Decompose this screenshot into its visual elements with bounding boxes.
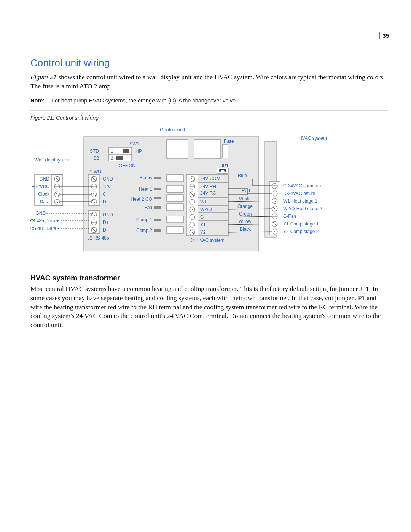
figure-caption: Figure 21. Control unit wiring [30,115,388,121]
svg-text:W1: W1 [200,199,207,204]
svg-text:Blue: Blue [238,173,247,178]
transformer-subhead: HVAC system transformer [30,274,388,282]
svg-text:OFF: OFF [119,163,128,168]
note-label: Note: [30,97,45,104]
control-unit-title: Control unit [160,127,185,133]
svg-text:HP: HP [135,149,142,154]
svg-text:Y1-Comp stage 1: Y1-Comp stage 1 [283,221,319,227]
intro-paragraph: Figure 21 shows the control unit wired t… [30,73,388,91]
svg-text:12V: 12V [103,184,111,189]
svg-text:Yellow: Yellow [238,219,252,224]
svg-text:D+: D+ [103,220,109,225]
svg-text:Clock: Clock [38,192,50,197]
note-row: Note: For heat pump HVAC systems, the or… [30,97,388,104]
svg-text:Red: Red [242,188,250,193]
svg-text:Y2-Comp stage 2: Y2-Comp stage 2 [283,229,319,234]
svg-text:Comp 2: Comp 2 [136,228,152,233]
svg-text:RS-485 Data -: RS-485 Data - [30,226,59,231]
wiring-diagram: Control unit Wall display unit SW1 STD 1… [30,121,350,259]
svg-text:1: 1 [111,149,113,154]
j4-label: J4 HVAC system [190,238,225,243]
note-text: For heat pump HVAC systems, the orange w… [51,97,237,104]
svg-rect-62 [223,144,228,158]
svg-text:G: G [200,214,204,220]
sw1-label: SW1 [129,141,139,147]
svg-text:D: D [103,199,106,204]
svg-rect-84 [167,227,183,233]
svg-rect-80 [167,185,183,192]
svg-rect-82 [167,204,183,211]
section-title: Control unit wiring [30,57,388,69]
svg-rect-70 [154,188,161,190]
svg-text:Green: Green [239,211,252,217]
svg-text:Comp 1: Comp 1 [136,217,152,222]
svg-text:Y2: Y2 [200,230,206,235]
svg-text:24V COM: 24V COM [200,176,220,181]
svg-rect-83 [167,216,183,223]
svg-rect-4 [123,149,129,153]
svg-rect-76 [154,219,161,221]
svg-text:Heat 1: Heat 1 [139,187,153,192]
svg-text:Y1: Y1 [200,222,206,227]
svg-text:ON: ON [129,163,135,168]
svg-text:W2/O-Heat stage 2: W2/O-Heat stage 2 [283,206,322,211]
svg-rect-60 [167,140,188,159]
svg-text:GND: GND [103,212,113,217]
svg-text:GND: GND [103,176,113,182]
fuse-label: Fuse [224,139,234,144]
svg-text:24V RH: 24V RH [200,184,216,189]
svg-text:24V RC: 24V RC [200,190,216,196]
transformer-body: Most central HVAC systems have a common … [30,284,388,329]
jp1-label: JP1 [221,163,229,168]
svg-rect-81 [167,195,183,201]
figure-ref: Figure 21 [30,73,57,81]
svg-text:R-24VAC return: R-24VAC return [283,191,315,196]
svg-text:White: White [239,196,251,201]
svg-text:G-Fan: G-Fan [283,214,296,219]
svg-text:2: 2 [111,155,113,161]
svg-text:Data: Data [40,199,50,204]
separator [30,110,388,111]
svg-text:W1-Heat stage 1: W1-Heat stage 1 [283,198,317,204]
svg-text:C-24VAC common: C-24VAC common [283,183,321,189]
hvac-title: HVAC system [299,136,327,141]
svg-text:S2: S2 [93,155,99,161]
svg-rect-63 [217,168,228,173]
svg-rect-61 [194,140,221,159]
j1-label: J1 WDU [88,169,105,174]
svg-rect-78 [154,229,161,232]
svg-text:Orange: Orange [237,204,253,209]
svg-text:Black: Black [240,227,251,232]
svg-rect-72 [154,197,161,199]
svg-text:STD: STD [90,149,99,154]
svg-rect-79 [167,175,183,182]
svg-text:Status: Status [139,175,152,181]
svg-text:+12VDC: +12VDC [32,184,49,189]
svg-text:RS-485 Data +: RS-485 Data + [30,218,59,224]
svg-text:Heat 2 CO: Heat 2 CO [131,197,152,202]
page-number: 35 [379,32,389,39]
svg-text:Fan: Fan [144,205,152,210]
svg-text:D-: D- [103,227,108,233]
svg-text:GND: GND [35,211,46,216]
wall-display-title: Wall display unit [34,157,70,163]
svg-rect-5 [116,156,123,160]
svg-text:C: C [103,192,106,197]
svg-text:GND: GND [39,176,49,182]
svg-text:W2/O: W2/O [200,207,212,212]
svg-rect-74 [154,206,161,209]
j2-label: J2 RS-485 [88,235,109,241]
svg-rect-68 [154,177,161,179]
